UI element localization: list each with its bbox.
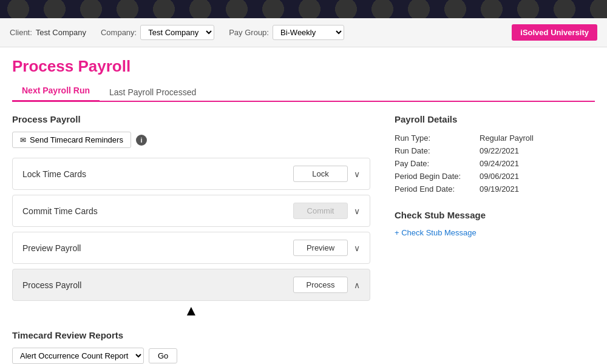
company-label: Company: <box>101 28 137 37</box>
preview-payroll-label: Preview Payroll <box>22 243 293 253</box>
process-payroll-heading: Process Payroll <box>12 114 370 124</box>
lock-time-cards-label: Lock Time Cards <box>22 169 293 179</box>
timecard-reminders-row: ✉ Send Timecard Reminders i <box>12 132 370 148</box>
up-arrow-icon: ▲ <box>184 303 198 318</box>
preview-payroll-row: Preview Payroll Preview ∨ <box>12 232 370 264</box>
page-title: Process Payroll <box>12 57 595 76</box>
details-value: 09/19/2021 <box>480 183 595 195</box>
top-decoration <box>0 0 607 18</box>
details-label: Run Date: <box>395 144 480 157</box>
details-label: Period Begin Date: <box>395 170 480 183</box>
lock-button[interactable]: Lock <box>293 166 348 182</box>
pay-group-select[interactable]: Bi-WeeklyWeeklySemi-MonthlyMonthly <box>273 25 344 40</box>
company-field-group: Company: Test Company <box>101 25 214 40</box>
tab-last-payroll-processed[interactable]: Last Payroll Processed <box>100 83 206 102</box>
details-value: 09/22/2021 <box>480 144 595 157</box>
check-stub-link[interactable]: + Check Stub Message <box>395 228 476 237</box>
preview-chevron-icon[interactable]: ∨ <box>354 243 360 253</box>
client-value: Test Company <box>36 28 86 37</box>
details-value: Regular Payroll <box>480 132 595 144</box>
report-select[interactable]: Alert Occurrence Count Report <box>12 348 144 364</box>
commit-button[interactable]: Commit <box>293 203 348 219</box>
commit-time-cards-label: Commit Time Cards <box>22 206 293 216</box>
timecard-review-row: Alert Occurrence Count Report Go <box>12 348 370 364</box>
page-content: Process Payroll Next Payroll Run Last Pa… <box>0 47 607 364</box>
details-row: Run Date:09/22/2021 <box>395 144 595 157</box>
preview-button[interactable]: Preview <box>293 240 348 256</box>
header-bar: Client: Test Company Company: Test Compa… <box>0 18 607 47</box>
arrow-container: ▲ <box>12 303 370 318</box>
tabs-row: Next Payroll Run Last Payroll Processed <box>12 79 595 102</box>
details-label: Run Type: <box>395 132 480 144</box>
send-timecard-reminders-button[interactable]: ✉ Send Timecard Reminders <box>12 132 131 148</box>
process-chevron-icon[interactable]: ∧ <box>354 280 360 290</box>
payroll-details-section: Payroll Details Run Type:Regular Payroll… <box>395 114 595 195</box>
envelope-icon: ✉ <box>20 136 26 144</box>
company-select[interactable]: Test Company <box>140 25 214 40</box>
payroll-details-heading: Payroll Details <box>395 114 595 124</box>
go-button[interactable]: Go <box>149 348 177 363</box>
tab-next-payroll-run[interactable]: Next Payroll Run <box>12 81 100 102</box>
lock-time-cards-row: Lock Time Cards Lock ∨ <box>12 158 370 190</box>
details-value: 09/24/2021 <box>480 157 595 170</box>
info-icon[interactable]: i <box>136 135 147 146</box>
details-row: Period End Date:09/19/2021 <box>395 183 595 195</box>
details-label: Period End Date: <box>395 183 480 195</box>
client-label: Client: <box>10 28 32 37</box>
timecard-review-section: Timecard Review Reports Alert Occurrence… <box>12 330 370 364</box>
client-field-group: Client: Test Company <box>10 28 86 37</box>
details-row: Pay Date:09/24/2021 <box>395 157 595 170</box>
process-button[interactable]: Process <box>293 277 348 293</box>
details-label: Pay Date: <box>395 157 480 170</box>
process-payroll-row: Process Payroll Process ∧ <box>12 269 370 301</box>
process-payroll-label: Process Payroll <box>22 280 293 290</box>
pay-group-label: Pay Group: <box>229 28 269 37</box>
lock-chevron-icon[interactable]: ∨ <box>354 169 360 179</box>
commit-time-cards-row: Commit Time Cards Commit ∨ <box>12 195 370 227</box>
details-row: Run Type:Regular Payroll <box>395 132 595 144</box>
header-right: iSolved University <box>512 24 597 41</box>
main-layout: Process Payroll ✉ Send Timecard Reminder… <box>12 114 595 364</box>
right-column: Payroll Details Run Type:Regular Payroll… <box>395 114 595 364</box>
commit-chevron-icon[interactable]: ∨ <box>354 206 360 216</box>
check-stub-heading: Check Stub Message <box>395 210 595 220</box>
left-column: Process Payroll ✉ Send Timecard Reminder… <box>12 114 370 364</box>
details-row: Period Begin Date:09/06/2021 <box>395 170 595 183</box>
check-stub-section: Check Stub Message + Check Stub Message <box>395 210 595 237</box>
payroll-details-table: Run Type:Regular PayrollRun Date:09/22/2… <box>395 132 595 195</box>
details-value: 09/06/2021 <box>480 170 595 183</box>
pay-group-field-group: Pay Group: Bi-WeeklyWeeklySemi-MonthlyMo… <box>229 25 344 40</box>
timecard-review-heading: Timecard Review Reports <box>12 330 370 340</box>
iSolved-university-button[interactable]: iSolved University <box>512 24 597 41</box>
